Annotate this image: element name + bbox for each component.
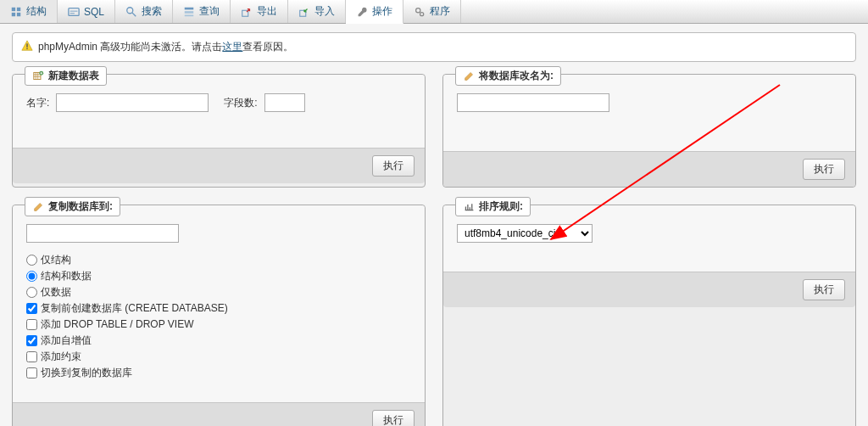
label-data-only: 仅数据 <box>41 285 71 300</box>
table-name-input[interactable] <box>56 93 209 112</box>
radio-data-only[interactable] <box>26 287 37 298</box>
check-auto-increment[interactable] <box>26 335 37 346</box>
tab-query[interactable]: 查询 <box>173 0 231 23</box>
import-icon <box>298 6 310 18</box>
panel-legend: 复制数据库到: <box>25 197 120 216</box>
tab-label: 导出 <box>257 4 277 19</box>
fields-label: 字段数: <box>224 96 257 110</box>
warning-icon <box>21 40 33 54</box>
label-auto-increment: 添加自增值 <box>41 334 92 348</box>
tab-label: 导入 <box>314 4 335 19</box>
panel-rename-db: 将数据库改名为: 执行 <box>442 74 856 188</box>
tab-bar: 结构 SQL 搜索 查询 导出 导入 操作 <box>0 0 868 24</box>
tab-structure[interactable]: 结构 <box>0 0 58 23</box>
panel-legend: 排序规则: <box>455 197 531 216</box>
panel-copy-db: 复制数据库到: 仅结构 结构和数据 仅数据 复制前创建数据库 (CREATE D… <box>12 205 426 426</box>
tab-export[interactable]: 导出 <box>231 0 288 23</box>
svg-rect-14 <box>26 48 27 49</box>
svg-rect-6 <box>185 7 194 9</box>
panel-legend: 将数据库改名为: <box>455 66 561 86</box>
tab-label: 搜索 <box>142 4 162 19</box>
check-create-before[interactable] <box>26 303 37 314</box>
rename-db-submit[interactable]: 执行 <box>803 159 845 180</box>
query-icon <box>183 6 195 18</box>
radio-structure-data[interactable] <box>26 271 37 282</box>
label-switch: 切换到复制的数据库 <box>41 366 132 380</box>
tab-search[interactable]: 搜索 <box>115 0 173 23</box>
sql-icon <box>68 6 80 18</box>
tab-label: 程序 <box>430 4 450 19</box>
legend-text: 将数据库改名为: <box>479 69 554 83</box>
wrench-icon <box>356 6 368 18</box>
label-add-constraints: 添加约束 <box>41 350 81 364</box>
fields-count-input[interactable] <box>264 93 305 112</box>
label-structure-only: 仅结构 <box>41 253 71 267</box>
svg-rect-0 <box>12 7 15 10</box>
svg-rect-2 <box>12 12 15 15</box>
label-create-before: 复制前创建数据库 (CREATE DATABASE) <box>41 301 228 316</box>
tab-sql[interactable]: SQL <box>58 0 115 23</box>
warning-bar: phpMyAdmin 高级功能尚未激活。请点击这里查看原因。 <box>12 32 856 62</box>
svg-point-12 <box>420 12 424 15</box>
svg-point-11 <box>416 8 420 12</box>
panel-legend: 新建数据表 <box>25 66 107 86</box>
legend-text: 新建数据表 <box>48 69 99 83</box>
rename-db-input[interactable] <box>457 93 609 112</box>
gears-icon <box>414 6 426 18</box>
create-table-icon <box>32 70 44 82</box>
panel-collation: 排序规则: utf8mb4_unicode_ci 执行 <box>442 205 856 426</box>
check-switch[interactable] <box>26 367 37 378</box>
svg-rect-4 <box>69 8 79 15</box>
pencil-icon <box>32 201 44 213</box>
check-add-drop[interactable] <box>26 319 37 330</box>
tab-label: 查询 <box>199 4 220 19</box>
legend-text: 排序规则: <box>479 199 523 214</box>
name-label: 名字: <box>26 96 49 110</box>
chart-icon <box>463 201 475 213</box>
warning-text-prefix: phpMyAdmin 高级功能尚未激活。请点击 <box>38 41 222 53</box>
warning-text-suffix: 查看原因。 <box>242 41 293 53</box>
svg-rect-1 <box>17 7 20 10</box>
warning-link[interactable]: 这里 <box>222 41 242 53</box>
copy-db-input[interactable] <box>26 224 179 243</box>
svg-rect-13 <box>26 43 27 47</box>
svg-rect-3 <box>17 12 20 15</box>
check-add-constraints[interactable] <box>26 351 37 362</box>
panel-create-table: 新建数据表 名字: 字段数: 执行 <box>12 74 426 188</box>
collation-select[interactable]: utf8mb4_unicode_ci <box>457 224 593 243</box>
svg-rect-7 <box>185 11 194 14</box>
label-structure-data: 结构和数据 <box>41 269 92 283</box>
svg-rect-8 <box>185 14 194 16</box>
svg-point-5 <box>127 7 133 13</box>
tab-routines[interactable]: 程序 <box>403 0 461 23</box>
label-add-drop: 添加 DROP TABLE / DROP VIEW <box>41 317 194 332</box>
copy-db-submit[interactable]: 执行 <box>372 410 415 426</box>
tab-operations[interactable]: 操作 <box>346 0 403 24</box>
tab-import[interactable]: 导入 <box>288 0 346 23</box>
search-icon <box>125 6 137 18</box>
create-table-submit[interactable]: 执行 <box>372 155 415 177</box>
tab-label: 操作 <box>372 4 392 19</box>
structure-icon <box>10 6 22 18</box>
export-icon <box>241 6 253 18</box>
collation-submit[interactable]: 执行 <box>803 279 845 300</box>
radio-structure-only[interactable] <box>26 255 37 266</box>
tab-label: 结构 <box>26 4 47 19</box>
pencil-icon <box>463 70 475 82</box>
legend-text: 复制数据库到: <box>48 199 113 214</box>
tab-label: SQL <box>84 6 104 18</box>
